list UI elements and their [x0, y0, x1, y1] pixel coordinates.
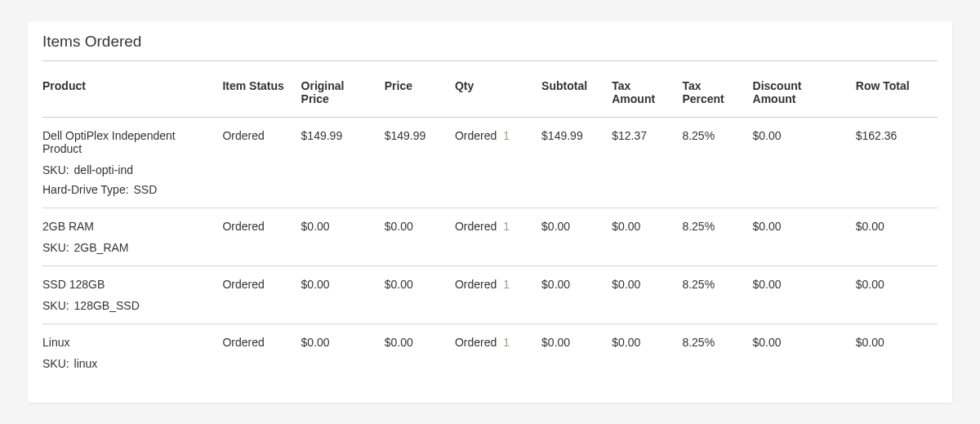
cell-price: $0.00 [385, 266, 455, 324]
cell-row-total: $0.00 [856, 266, 938, 324]
sku-value: 2GB_RAM [74, 241, 129, 254]
product-sku: SKU: linux [42, 357, 212, 370]
product-name: Dell OptiPlex Independent Product [42, 129, 212, 155]
sku-label: SKU: [42, 357, 69, 370]
cell-tax-percent: 8.25% [682, 208, 752, 266]
cell-subtotal: $0.00 [541, 266, 612, 324]
product-sku: SKU: dell-opti-ind [42, 163, 212, 176]
cell-tax-percent: 8.25% [682, 118, 752, 208]
cell-qty: Ordered 1 [455, 324, 541, 382]
sku-label: SKU: [42, 163, 69, 176]
cell-tax-amount: $0.00 [612, 266, 682, 324]
cell-item-status: Ordered [222, 118, 301, 208]
cell-subtotal: $0.00 [541, 324, 612, 382]
product-name: Linux [42, 336, 212, 349]
col-header-product: Product [42, 68, 222, 118]
items-ordered-table: Product Item Status Original Price Price… [42, 68, 938, 382]
cell-price: $0.00 [385, 208, 455, 266]
sku-value: linux [74, 357, 98, 370]
sku-label: SKU: [42, 299, 69, 312]
table-row: Dell OptiPlex Independent Product SKU: d… [42, 118, 938, 208]
cell-tax-amount: $12.37 [612, 118, 682, 208]
cell-price: $149.99 [385, 118, 455, 208]
cell-subtotal: $0.00 [541, 208, 612, 266]
cell-tax-percent: 8.25% [682, 266, 752, 324]
cell-product: Dell OptiPlex Independent Product SKU: d… [42, 118, 222, 208]
col-header-item-status: Item Status [222, 68, 301, 118]
col-header-row-total: Row Total [856, 68, 938, 118]
col-header-tax-percent: Tax Percent [682, 68, 752, 118]
cell-row-total: $0.00 [856, 208, 938, 266]
qty-ordered-label: Ordered [455, 278, 497, 291]
hard-drive-type-value: SSD [133, 183, 157, 196]
qty-ordered-value: 1 [503, 336, 510, 349]
cell-tax-amount: $0.00 [612, 208, 682, 266]
col-header-discount-amount: Discount Amount [753, 68, 856, 118]
product-name: SSD 128GB [42, 278, 212, 291]
table-header-row: Product Item Status Original Price Price… [42, 68, 938, 118]
cell-product: SSD 128GB SKU: 128GB_SSD [42, 266, 222, 324]
cell-discount-amount: $0.00 [753, 208, 856, 266]
cell-item-status: Ordered [222, 324, 301, 382]
qty-ordered-value: 1 [503, 129, 510, 142]
qty-ordered-label: Ordered [455, 220, 497, 233]
cell-item-status: Ordered [222, 208, 301, 266]
table-row: Linux SKU: linux Ordered $0.00 $0.00 Ord… [42, 324, 938, 382]
cell-item-status: Ordered [222, 266, 301, 324]
product-hard-drive-type: Hard-Drive Type: SSD [42, 183, 212, 196]
qty-ordered-label: Ordered [455, 336, 497, 349]
product-name: 2GB RAM [42, 220, 212, 233]
col-header-original-price: Original Price [301, 68, 385, 118]
cell-subtotal: $149.99 [541, 118, 612, 208]
cell-original-price: $0.00 [301, 266, 385, 324]
cell-row-total: $162.36 [856, 118, 938, 208]
col-header-qty: Qty [455, 68, 541, 118]
cell-product: 2GB RAM SKU: 2GB_RAM [42, 208, 222, 266]
cell-discount-amount: $0.00 [753, 324, 856, 382]
cell-tax-amount: $0.00 [612, 324, 682, 382]
col-header-tax-amount: Tax Amount [612, 68, 682, 118]
sku-value: dell-opti-ind [74, 163, 133, 176]
table-row: SSD 128GB SKU: 128GB_SSD Ordered $0.00 $… [42, 266, 938, 324]
table-row: 2GB RAM SKU: 2GB_RAM Ordered $0.00 $0.00… [42, 208, 938, 266]
cell-qty: Ordered 1 [455, 266, 541, 324]
qty-ordered-value: 1 [503, 278, 510, 291]
cell-original-price: $0.00 [301, 208, 385, 266]
cell-product: Linux SKU: linux [42, 324, 222, 382]
cell-tax-percent: 8.25% [682, 324, 752, 382]
cell-discount-amount: $0.00 [753, 266, 856, 324]
cell-qty: Ordered 1 [455, 118, 541, 208]
cell-discount-amount: $0.00 [753, 118, 856, 208]
cell-original-price: $149.99 [301, 118, 385, 208]
col-header-subtotal: Subtotal [541, 68, 612, 118]
qty-ordered-value: 1 [503, 220, 510, 233]
section-title: Items Ordered [42, 33, 938, 61]
qty-ordered-label: Ordered [455, 129, 497, 142]
hard-drive-type-label: Hard-Drive Type: [42, 183, 129, 196]
sku-label: SKU: [42, 241, 69, 254]
col-header-price: Price [385, 68, 455, 118]
sku-value: 128GB_SSD [74, 299, 140, 312]
items-ordered-card: Items Ordered Product Item Status Origin… [28, 21, 952, 403]
cell-original-price: $0.00 [301, 324, 385, 382]
cell-qty: Ordered 1 [455, 208, 541, 266]
product-sku: SKU: 2GB_RAM [42, 241, 212, 254]
cell-row-total: $0.00 [856, 324, 938, 382]
product-sku: SKU: 128GB_SSD [42, 299, 212, 312]
cell-price: $0.00 [385, 324, 455, 382]
